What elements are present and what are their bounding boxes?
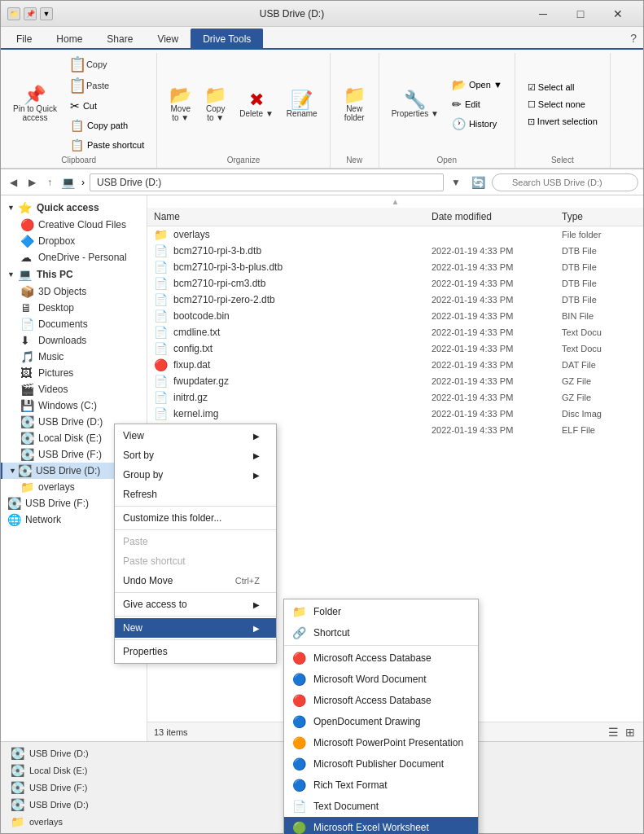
ctx-sort-by[interactable]: Sort by ▶ [115,446,276,465]
sub-text-doc[interactable]: 📄 Text Document [284,796,478,817]
sub-shortcut[interactable]: 🔗 Shortcut [284,622,478,643]
file-item-initrd[interactable]: 📄 initrd.gz 2022-01-19 4:33 PM GZ File [147,389,643,406]
file-item-bcm3b[interactable]: 📄 bcm2710-rpi-3-b.dtb 2022-01-19 4:33 PM… [147,243,643,259]
sidebar-item-quick-access[interactable]: ▼ ⭐ Quick access [1,199,147,217]
sidebar-item-3d-objects[interactable]: 📦 3D Objects [1,283,147,300]
minimize-button[interactable]: ─ [524,1,562,27]
paste-shortcut-button[interactable]: 📋Paste shortcut [64,136,150,154]
file-type-bcmcm3: DTB File [562,279,643,288]
tab-view[interactable]: View [145,29,191,48]
tab-home[interactable]: Home [44,29,94,48]
file-item-bootcode[interactable]: 📄 bootcode.bin 2022-01-19 4:33 PM BIN Fi… [147,308,643,324]
file-type-bootcode: BIN File [562,311,643,321]
col-header-name[interactable]: Name [147,211,432,222]
col-header-date[interactable]: Date modified [432,211,562,222]
ribbon-help-icon[interactable]: ? [627,29,640,48]
view-tiles-icon[interactable]: ⊞ [624,724,637,740]
history-button[interactable]: 🕐History [446,115,508,133]
dropdown-button[interactable]: ▼ [447,174,465,191]
copy-button[interactable]: 📋 Copy [64,55,150,74]
open-button[interactable]: 📂Open ▼ [446,76,508,94]
file-item-config[interactable]: 📄 config.txt 2022-01-19 4:33 PM Text Doc… [147,340,643,357]
file-cmdline-icon: 📄 [154,326,170,339]
sidebar-item-documents[interactable]: 📄 Documents [1,316,147,332]
up-button[interactable]: ↑ [43,174,56,191]
address-input[interactable] [90,173,444,191]
window-icon-3: ▼ [40,7,53,20]
file-item-bcmcm3[interactable]: 📄 bcm2710-rpi-cm3.dtb 2022-01-19 4:33 PM… [147,275,643,292]
file-item-bcm3bplus[interactable]: 📄 bcm2710-rpi-3-b-plus.dtb 2022-01-19 4:… [147,259,643,275]
file-name-initrd: initrd.gz [170,392,432,403]
copy-path-button[interactable]: 📋Copy path [64,116,150,134]
onedrive-icon: ☁ [20,251,33,264]
ctx-new[interactable]: New ▶ [115,618,276,638]
view-details-icon[interactable]: ☰ [607,724,620,740]
ctx-refresh[interactable]: Refresh [115,485,276,504]
ctx-paste-shortcut[interactable]: Paste shortcut [115,551,276,571]
file-type-cmdline: Text Docu [562,327,643,337]
ctx-properties[interactable]: Properties [115,642,276,661]
move-to-button[interactable]: 📂 Moveto ▼ [164,83,197,125]
file-item-fixup[interactable]: 🔴 fixup.dat 2022-01-19 4:33 PM DAT File [147,357,643,373]
ctx-paste[interactable]: Paste [115,532,276,551]
quick-access-arrow: ▼ [7,204,15,212]
delete-button[interactable]: ✖ Delete ▼ [234,88,279,121]
sidebar-item-onedrive[interactable]: ☁ OneDrive - Personal [1,249,147,266]
sub-folder[interactable]: 📁 Folder [284,601,478,622]
col-header-type[interactable]: Type [562,211,643,222]
dropbox-label: Dropbox [38,235,75,247]
select-none-button[interactable]: ☐ Select none [522,97,603,112]
paste-button[interactable]: 📋 Paste [64,76,150,95]
sub-opendoc[interactable]: 🔵 OpenDocument Drawing [284,711,478,732]
back-button[interactable]: ◀ [6,174,21,191]
sub-ms-access[interactable]: 🔴 Microsoft Access Database [284,647,478,669]
tab-file[interactable]: File [4,29,44,48]
sub-ms-word[interactable]: 🔵 Microsoft Word Document [284,669,478,690]
pin-to-quick-access-button[interactable]: 📌 Pin to Quickaccess [7,83,63,125]
file-name-kernel: kernel.img [170,408,432,419]
refresh-button[interactable]: 🔄 [468,174,488,191]
rename-button[interactable]: 📝 Rename [281,88,323,121]
invert-selection-button[interactable]: ⊡ Invert selection [522,114,603,129]
maximize-button[interactable]: □ [562,1,599,27]
sidebar-item-dropbox[interactable]: 🔷 Dropbox [1,233,147,249]
network-icon: 🌐 [7,513,20,526]
sidebar-item-this-pc[interactable]: ▼ 💻 This PC [1,266,147,283]
clipboard-buttons: 📌 Pin to Quickaccess 📋 Copy 📋 Paste ✂Cut [7,55,150,154]
file-item-bcmzero2[interactable]: 📄 bcm2710-rpi-zero-2.dtb 2022-01-19 4:33… [147,292,643,308]
new-folder-button[interactable]: 📁 Newfolder [338,83,371,125]
sub-ms-excel[interactable]: 🟢 Microsoft Excel Worksheet [284,817,478,834]
ctx-customize[interactable]: Customize this folder... [115,508,276,528]
tab-share[interactable]: Share [94,29,145,48]
ctx-view[interactable]: View ▶ [115,426,276,446]
copy-to-button[interactable]: 📁 Copyto ▼ [199,83,232,125]
sub-rtf[interactable]: 🔵 Rich Text Format [284,775,478,796]
sidebar-item-windows-c[interactable]: 💾 Windows (C:) [1,397,147,414]
sub-ms-access2[interactable]: 🔴 Microsoft Access Database [284,690,478,711]
sidebar-item-desktop[interactable]: 🖥 Desktop [1,300,147,316]
properties-button[interactable]: 🔧 Properties ▼ [386,88,445,121]
cut-button[interactable]: ✂Cut [64,97,150,115]
file-item-kernel[interactable]: 📄 kernel.img 2022-01-19 4:33 PM Disc Ima… [147,406,643,422]
file-item-fwupdater[interactable]: 📄 fwupdater.gz 2022-01-19 4:33 PM GZ Fil… [147,373,643,389]
sub-ms-ppt[interactable]: 🟠 Microsoft PowerPoint Presentation [284,732,478,753]
search-input[interactable] [492,173,638,191]
edit-button[interactable]: ✏Edit [446,95,508,113]
sidebar-item-creative-cloud[interactable]: 🔴 Creative Cloud Files [1,217,147,233]
tab-drive-tools[interactable]: Drive Tools [191,29,263,48]
sidebar-item-music[interactable]: 🎵 Music [1,349,147,365]
ctx-give-access[interactable]: Give access to ▶ [115,595,276,614]
sidebar-item-downloads[interactable]: ⬇ Downloads [1,332,147,349]
file-item-overlays[interactable]: 📁 overlays File folder [147,226,643,243]
file-item-cmdline[interactable]: 📄 cmdline.txt 2022-01-19 4:33 PM Text Do… [147,324,643,340]
sidebar-item-videos[interactable]: 🎬 Videos [1,381,147,397]
ctx-paste-shortcut-label: Paste shortcut [123,555,186,567]
ctx-group-by[interactable]: Group by ▶ [115,465,276,485]
close-button[interactable]: ✕ [599,1,637,27]
ctx-undo-move[interactable]: Undo Move Ctrl+Z [115,571,276,590]
select-all-button[interactable]: ☑ Select all [522,80,603,95]
forward-button[interactable]: ▶ [24,174,40,191]
sub-ms-publisher[interactable]: 🔵 Microsoft Publisher Document [284,753,478,775]
file-type-fwupdater: GZ File [562,376,643,386]
sidebar-item-pictures[interactable]: 🖼 Pictures [1,365,147,381]
